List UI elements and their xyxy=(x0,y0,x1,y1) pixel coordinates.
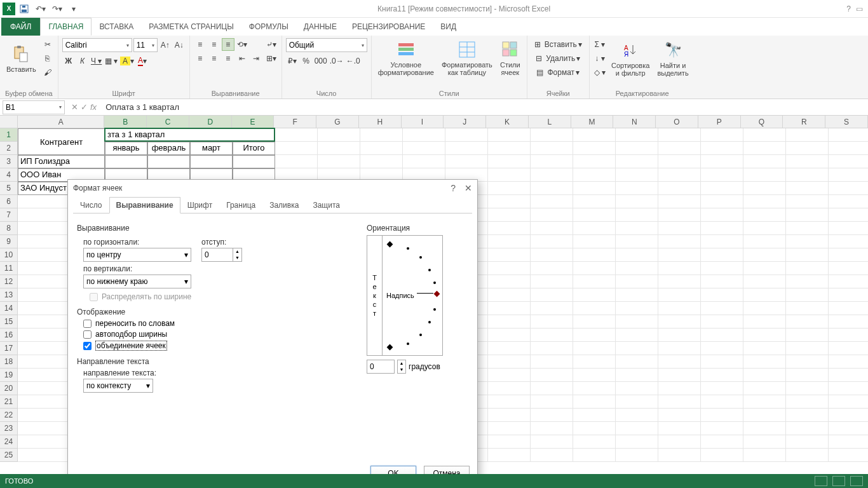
cell[interactable] xyxy=(531,182,573,195)
spin-down-icon[interactable]: ▼ xyxy=(233,255,241,261)
cell[interactable] xyxy=(701,195,743,208)
save-icon[interactable] xyxy=(17,1,32,17)
cell[interactable] xyxy=(701,395,743,409)
cell[interactable] xyxy=(573,315,616,329)
cell[interactable]: ИП Голиздра xyxy=(18,155,105,168)
orientation-vertical[interactable]: Текст xyxy=(367,236,383,355)
cell[interactable] xyxy=(786,395,829,409)
dialog-tab-alignment[interactable]: Выравнивание xyxy=(109,197,180,214)
border-button[interactable]: ▦ ▾ xyxy=(104,55,118,67)
cell[interactable] xyxy=(658,315,701,329)
cell[interactable] xyxy=(488,195,531,208)
spin-up-icon[interactable]: ▲ xyxy=(233,248,241,255)
cell[interactable] xyxy=(616,208,658,222)
row-header[interactable]: 2 xyxy=(0,142,18,155)
row-header[interactable]: 23 xyxy=(0,422,18,435)
cell[interactable] xyxy=(531,208,573,222)
dialog-tab-protection[interactable]: Защита xyxy=(306,197,347,214)
cell[interactable] xyxy=(743,195,786,208)
cell[interactable] xyxy=(147,155,190,168)
cell[interactable] xyxy=(701,382,743,395)
cell[interactable] xyxy=(658,248,701,262)
copy-icon[interactable]: ⎘ xyxy=(41,52,54,65)
cell[interactable] xyxy=(488,329,531,342)
cell[interactable] xyxy=(488,369,531,382)
dialog-close-icon[interactable]: ✕ xyxy=(465,183,472,193)
cell[interactable] xyxy=(786,355,829,369)
row-header[interactable]: 19 xyxy=(0,369,18,382)
cell[interactable] xyxy=(573,395,616,409)
cell[interactable] xyxy=(531,262,573,275)
number-format-combo[interactable]: Общий▾ xyxy=(286,38,367,52)
view-page-layout-icon[interactable] xyxy=(832,476,845,486)
cell[interactable] xyxy=(829,222,868,235)
cell[interactable] xyxy=(531,128,573,142)
cell[interactable] xyxy=(743,329,786,342)
cell[interactable] xyxy=(701,168,743,182)
cell[interactable] xyxy=(531,369,573,382)
cell[interactable] xyxy=(658,342,701,355)
cell[interactable] xyxy=(488,142,531,155)
cell[interactable] xyxy=(829,329,868,342)
format-painter-icon[interactable]: 🖌 xyxy=(41,66,54,79)
col-header[interactable]: L xyxy=(529,116,571,128)
align-middle-icon[interactable]: ≡ xyxy=(208,38,220,51)
cell[interactable] xyxy=(573,435,616,449)
cell[interactable] xyxy=(616,409,658,422)
cell[interactable] xyxy=(658,128,701,142)
cell[interactable] xyxy=(829,342,868,355)
orientation-control[interactable]: Текст Надпись xyxy=(367,235,443,356)
cell[interactable] xyxy=(190,155,233,168)
cell[interactable] xyxy=(829,382,868,395)
cell[interactable] xyxy=(318,155,360,168)
font-color-button[interactable]: А▾ xyxy=(136,55,149,67)
cell[interactable] xyxy=(829,275,868,288)
cell[interactable] xyxy=(488,235,531,248)
bold-button[interactable]: Ж xyxy=(62,55,75,67)
decrease-font-icon[interactable]: A↓ xyxy=(173,39,186,51)
cell[interactable] xyxy=(701,342,743,355)
cell[interactable] xyxy=(658,195,701,208)
cell[interactable] xyxy=(616,382,658,395)
cell[interactable] xyxy=(743,355,786,369)
cut-icon[interactable]: ✂ xyxy=(41,38,54,51)
cell[interactable] xyxy=(786,182,829,195)
cell[interactable] xyxy=(701,208,743,222)
cell[interactable] xyxy=(531,449,573,462)
indent-decrease-icon[interactable]: ⇤ xyxy=(236,52,248,65)
col-header[interactable]: M xyxy=(571,116,614,128)
cell[interactable] xyxy=(701,449,743,462)
cell[interactable] xyxy=(573,208,616,222)
cell[interactable] xyxy=(829,182,868,195)
col-header[interactable]: O xyxy=(656,116,698,128)
cell[interactable] xyxy=(743,382,786,395)
row-header[interactable]: 15 xyxy=(0,315,18,329)
cell[interactable] xyxy=(573,302,616,315)
cell[interactable] xyxy=(573,342,616,355)
col-header[interactable]: P xyxy=(698,116,741,128)
cell[interactable] xyxy=(403,155,445,168)
row-header[interactable]: 5 xyxy=(0,182,18,195)
cell[interactable] xyxy=(786,155,829,168)
cell[interactable] xyxy=(531,329,573,342)
row-header[interactable]: 1 xyxy=(0,128,18,142)
comma-icon[interactable]: 000 xyxy=(314,55,328,67)
col-header[interactable]: G xyxy=(316,116,359,128)
cell[interactable] xyxy=(531,395,573,409)
cell[interactable] xyxy=(743,302,786,315)
cell[interactable] xyxy=(786,275,829,288)
cell[interactable] xyxy=(658,168,701,182)
cell[interactable] xyxy=(573,369,616,382)
cell[interactable] xyxy=(658,302,701,315)
clear-icon[interactable]: ◇ ▾ xyxy=(593,66,606,79)
row-header[interactable]: 21 xyxy=(0,395,18,409)
cell[interactable] xyxy=(701,355,743,369)
cell[interactable] xyxy=(573,288,616,302)
cell[interactable] xyxy=(488,248,531,262)
cell[interactable] xyxy=(573,382,616,395)
spin-deg-down-icon[interactable]: ▼ xyxy=(398,367,405,373)
row-header[interactable]: 22 xyxy=(0,409,18,422)
cell[interactable] xyxy=(488,275,531,288)
cell[interactable] xyxy=(573,142,616,155)
cell[interactable] xyxy=(488,449,531,462)
